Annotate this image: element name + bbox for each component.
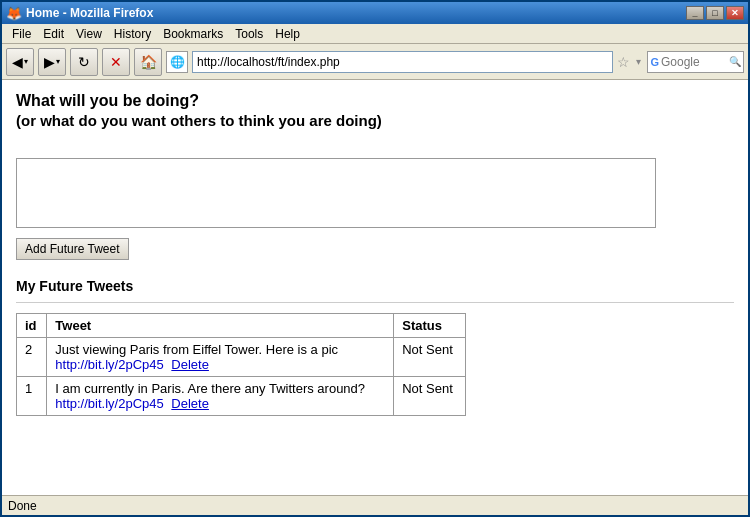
title-bar-buttons: _ □ ✕ [686,6,744,20]
minimize-button[interactable]: _ [686,6,704,20]
home-button[interactable]: 🏠 [134,48,162,76]
status-bar: Done [2,495,748,515]
tweet-link[interactable]: http://bit.ly/2pCp45 [55,396,163,411]
table-row: 1 I am currently in Paris. Are there any… [17,377,466,416]
my-future-tweets-heading: My Future Tweets [16,278,734,294]
menu-help[interactable]: Help [269,25,306,43]
forward-arrow-icon: ▶ [44,54,55,70]
home-icon: 🏠 [140,54,157,70]
star-dropdown-icon: ▾ [636,56,641,67]
tweet-input[interactable] [16,158,656,228]
bookmark-star-icon[interactable]: ☆ [617,54,630,70]
content-area: What will you be doing? (or what do you … [2,80,748,495]
search-engine-icon: G [650,56,659,68]
window-title: Home - Mozilla Firefox [26,6,153,20]
col-header-status: Status [394,314,466,338]
status-text: Done [8,499,37,513]
cell-id: 1 [17,377,47,416]
menu-file[interactable]: File [6,25,37,43]
menu-bar: File Edit View History Bookmarks Tools H… [2,24,748,44]
menu-bookmarks[interactable]: Bookmarks [157,25,229,43]
browser-window: 🦊 Home - Mozilla Firefox _ □ ✕ File Edit… [0,0,750,517]
browser-icon: 🦊 [6,6,22,21]
delete-link[interactable]: Delete [171,396,209,411]
headline: What will you be doing? [16,92,734,110]
toolbar: ◀ ▾ ▶ ▾ ↻ ✕ 🏠 🌐 ☆ ▾ G 🔍 [2,44,748,80]
close-button[interactable]: ✕ [726,6,744,20]
cell-tweet: I am currently in Paris. Are there any T… [47,377,394,416]
col-header-id: id [17,314,47,338]
back-arrow-icon: ◀ [12,54,23,70]
stop-button[interactable]: ✕ [102,48,130,76]
title-bar: 🦊 Home - Mozilla Firefox _ □ ✕ [2,2,748,24]
tweet-link[interactable]: http://bit.ly/2pCp45 [55,357,163,372]
menu-tools[interactable]: Tools [229,25,269,43]
address-bar-container: 🌐 ☆ ▾ [166,51,643,73]
back-dropdown-icon: ▾ [24,57,28,66]
col-header-tweet: Tweet [47,314,394,338]
page-favicon: 🌐 [166,51,188,73]
add-future-tweet-button[interactable]: Add Future Tweet [16,238,129,260]
maximize-button[interactable]: □ [706,6,724,20]
address-input[interactable] [192,51,613,73]
forward-button[interactable]: ▶ ▾ [38,48,66,76]
cell-id: 2 [17,338,47,377]
back-button[interactable]: ◀ ▾ [6,48,34,76]
menu-view[interactable]: View [70,25,108,43]
delete-link[interactable]: Delete [171,357,209,372]
subheadline: (or what do you want others to think you… [16,112,734,129]
menu-history[interactable]: History [108,25,157,43]
table-header-row: id Tweet Status [17,314,466,338]
reload-icon: ↻ [78,54,90,70]
cell-tweet: Just viewing Paris from Eiffel Tower. He… [47,338,394,377]
tweets-table: id Tweet Status 2 Just viewing Paris fro… [16,313,466,416]
table-row: 2 Just viewing Paris from Eiffel Tower. … [17,338,466,377]
stop-icon: ✕ [110,54,122,70]
search-go-icon[interactable]: 🔍 [729,56,741,67]
cell-status: Not Sent [394,377,466,416]
menu-edit[interactable]: Edit [37,25,70,43]
title-bar-left: 🦊 Home - Mozilla Firefox [6,6,153,21]
reload-button[interactable]: ↻ [70,48,98,76]
search-container: G 🔍 [647,51,744,73]
forward-dropdown-icon: ▾ [56,57,60,66]
section-divider [16,302,734,303]
cell-status: Not Sent [394,338,466,377]
search-input[interactable] [659,55,729,69]
